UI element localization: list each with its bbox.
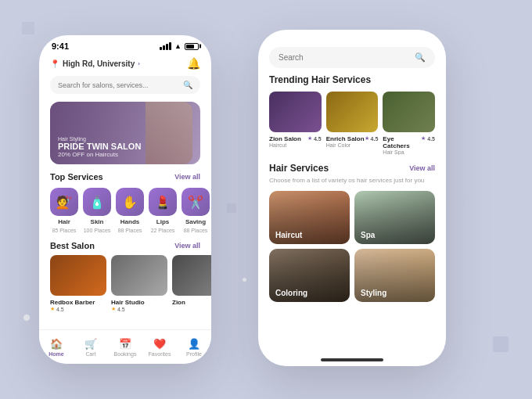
nav-profile[interactable]: 👤 Profile bbox=[177, 338, 211, 357]
service-haircut[interactable]: Haircut bbox=[269, 191, 350, 244]
rating-zion: 4.5 bbox=[314, 136, 322, 142]
saving-icon-box: ✂️ bbox=[182, 188, 210, 216]
hair-services-title: Hair Services bbox=[269, 163, 329, 174]
trending-meta-eyecatchers: ★ 4.5 bbox=[421, 135, 435, 142]
phone-left: 9:41 ▲ 📍 High Rd, University › 🔔 🔍 bbox=[39, 35, 211, 364]
banner-title: PRIDE TWIN SALON bbox=[58, 142, 141, 151]
service-hands[interactable]: ✋ Hands 88 Places bbox=[116, 188, 144, 233]
favorites-icon: ❤️ bbox=[153, 338, 166, 350]
phone-header: 📍 High Rd, University › 🔔 bbox=[39, 54, 211, 76]
nav-cart[interactable]: 🛒 Cart bbox=[74, 338, 108, 357]
best-salon-header: Best Salon View all bbox=[39, 241, 211, 250]
hair-services-header: Hair Services View all bbox=[269, 163, 435, 174]
signal-icon bbox=[160, 42, 171, 50]
hands-icon-box: ✋ bbox=[116, 188, 144, 216]
trending-type-eyecatchers: Hair Spa bbox=[383, 149, 435, 155]
service-saving[interactable]: ✂️ Saving 88 Places bbox=[182, 188, 210, 233]
home-icon: 🏠 bbox=[50, 338, 63, 350]
nav-home-label: Home bbox=[49, 351, 63, 357]
salon-img-zion bbox=[172, 255, 211, 296]
service-skin-label: Skin bbox=[91, 218, 104, 225]
service-coloring[interactable]: Coloring bbox=[269, 249, 350, 302]
top-services-view-all[interactable]: View all bbox=[174, 173, 200, 181]
search-input-left[interactable] bbox=[58, 81, 178, 89]
service-skin[interactable]: 🧴 Skin 100 Places bbox=[83, 188, 111, 233]
trending-name-zion: Zion Salon bbox=[269, 135, 301, 142]
service-lips-count: 22 Places bbox=[151, 228, 175, 233]
salon-rating-hairstudio: ★ 4.5 bbox=[111, 306, 167, 312]
trending-zion[interactable]: Zion Salon ★ 4.5 Haircut bbox=[269, 92, 322, 155]
trending-type-enrich: Hair Color bbox=[326, 142, 379, 148]
nav-bookings-label: Bookings bbox=[114, 351, 137, 357]
search-input-right[interactable] bbox=[279, 53, 410, 62]
best-salon-title: Best Salon bbox=[50, 241, 95, 250]
star-eyecatchers: ★ bbox=[421, 135, 426, 142]
salon-hairstudio[interactable]: Hair Studio ★ 4.5 bbox=[111, 255, 167, 312]
hair-services-desc: Choose from a list of variety os hair se… bbox=[269, 177, 435, 185]
service-hair[interactable]: 💇 Hair 85 Places bbox=[50, 188, 78, 233]
service-hair-label: Hair bbox=[58, 218, 70, 225]
salon-img-hairstudio bbox=[111, 255, 167, 296]
salon-img-redbox bbox=[50, 255, 106, 296]
profile-icon: 👤 bbox=[188, 338, 200, 350]
services-grid: Haircut Spa Coloring Styling bbox=[269, 191, 435, 302]
service-lips[interactable]: 💄 Lips 22 Places bbox=[149, 188, 177, 233]
salon-row: Redbox Barber ★ 4.5 Hair Studio ★ 4.5 Zi… bbox=[39, 255, 211, 312]
star-icon-2: ★ bbox=[111, 306, 116, 312]
search-bar-left[interactable]: 🔍 bbox=[50, 76, 200, 94]
salon-zion[interactable]: Zion bbox=[172, 255, 211, 312]
salon-rating-redbox: ★ 4.5 bbox=[50, 306, 106, 312]
trending-name-eyecatchers: Eye Catchers bbox=[383, 135, 421, 149]
skin-icon-box: 🧴 bbox=[83, 188, 111, 216]
trending-info-zion: Zion Salon ★ 4.5 bbox=[269, 135, 322, 142]
nav-profile-label: Profile bbox=[186, 351, 202, 357]
hair-services-section: Hair Services View all Choose from a lis… bbox=[258, 163, 446, 302]
status-icons: ▲ bbox=[160, 42, 199, 50]
salon-name-redbox: Redbox Barber bbox=[50, 299, 106, 306]
home-indicator bbox=[321, 358, 383, 361]
nav-bookings[interactable]: 📅 Bookings bbox=[108, 338, 142, 357]
salon-redbox[interactable]: Redbox Barber ★ 4.5 bbox=[50, 255, 106, 312]
lips-icon-box: 💄 bbox=[149, 188, 177, 216]
service-spa-label: Spa bbox=[361, 231, 375, 239]
service-saving-label: Saving bbox=[185, 218, 206, 225]
trending-type-zion: Haircut bbox=[269, 142, 322, 148]
service-hair-count: 85 Places bbox=[52, 228, 77, 233]
time: 9:41 bbox=[52, 41, 69, 51]
trending-enrich[interactable]: Enrich Salon ★ 4.5 Hair Color bbox=[326, 92, 379, 155]
service-hands-label: Hands bbox=[120, 218, 139, 225]
search-bar-right[interactable]: 🔍 bbox=[269, 47, 435, 68]
rating-num-hairstudio: 4.5 bbox=[117, 307, 125, 312]
trending-info-enrich: Enrich Salon ★ 4.5 bbox=[326, 135, 379, 142]
rating-num-redbox: 4.5 bbox=[56, 307, 64, 312]
hair-services-view-all[interactable]: View all bbox=[409, 164, 435, 172]
search-icon-right: 🔍 bbox=[415, 52, 426, 63]
star-zion: ★ bbox=[307, 135, 312, 142]
wifi-icon: ▲ bbox=[174, 42, 182, 50]
location-text: High Rd, University bbox=[63, 59, 135, 68]
trending-eyecatchers[interactable]: Eye Catchers ★ 4.5 Hair Spa bbox=[383, 92, 435, 155]
service-spa[interactable]: Spa bbox=[354, 191, 435, 244]
rating-enrich: 4.5 bbox=[371, 136, 379, 142]
service-coloring-label: Coloring bbox=[275, 289, 307, 297]
nav-home[interactable]: 🏠 Home bbox=[39, 338, 74, 357]
nav-favorites[interactable]: ❤️ Favorites bbox=[142, 338, 177, 357]
top-services-title: Top Services bbox=[50, 172, 103, 182]
location-row[interactable]: 📍 High Rd, University › bbox=[50, 59, 140, 68]
bookings-icon: 📅 bbox=[119, 338, 131, 350]
bottom-nav: 🏠 Home 🛒 Cart 📅 Bookings ❤️ Favorites 👤 … bbox=[39, 329, 211, 364]
trending-meta-enrich: ★ 4.5 bbox=[365, 135, 379, 142]
bell-icon[interactable]: 🔔 bbox=[187, 57, 200, 70]
trending-img-enrich bbox=[326, 92, 379, 132]
service-styling[interactable]: Styling bbox=[354, 249, 435, 302]
best-salon-view-all[interactable]: View all bbox=[174, 242, 200, 250]
service-hands-count: 88 Places bbox=[118, 228, 142, 233]
top-services-header: Top Services View all bbox=[39, 172, 211, 182]
service-skin-count: 100 Places bbox=[84, 228, 111, 233]
status-bar-left: 9:41 ▲ bbox=[39, 35, 211, 54]
service-saving-count: 88 Places bbox=[184, 228, 208, 233]
phone-right: 🔍 Trending Hair Services Zion Salon ★ 4.… bbox=[258, 30, 446, 366]
banner-subtitle: Hair Styling bbox=[58, 136, 141, 142]
trending-meta-zion: ★ 4.5 bbox=[307, 135, 322, 142]
status-bar-right bbox=[258, 30, 446, 41]
